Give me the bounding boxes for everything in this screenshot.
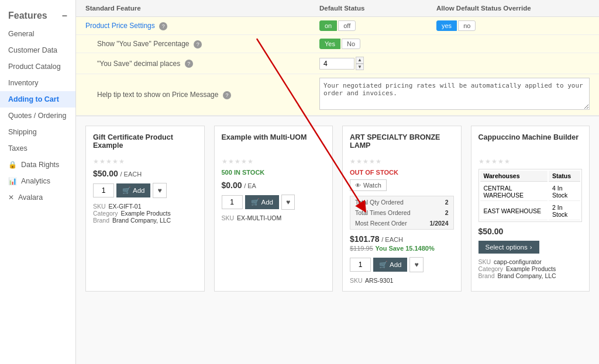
price-message-textarea[interactable]: Your negotiated pricing rates will be au…	[319, 78, 590, 110]
row-override-col: yes no	[436, 20, 590, 31]
sidebar-collapse-icon[interactable]: –	[62, 11, 67, 21]
sidebar-item-analytics[interactable]: 📊Analytics	[0, 173, 75, 189]
number-spinner[interactable]: ▲ ▼	[356, 57, 364, 70]
toggle-no2-btn[interactable]: No	[342, 39, 360, 49]
row-label-col-4: Help tip text to show on Price Message ?	[85, 90, 319, 99]
yes-no-toggle-2: Yes No	[319, 39, 436, 49]
star-4: ★	[119, 158, 125, 165]
header-override: Allow Default Status Override	[436, 5, 590, 12]
settings-row-help-tip: Help tip text to show on Price Message ?…	[76, 74, 599, 116]
wishlist-button-1[interactable]: ♥	[281, 195, 295, 210]
sidebar-item-taxes[interactable]: Taxes	[0, 140, 75, 157]
price-unit: / EA	[244, 182, 256, 189]
sidebar-icon-8: 🔒	[8, 161, 17, 169]
sidebar-item-data-rights[interactable]: 🔒Data Rights	[0, 157, 75, 173]
product-price-1: $0.00 / EA	[222, 181, 326, 190]
help-icon-2[interactable]: ?	[194, 40, 202, 48]
star-2: ★	[235, 158, 240, 165]
order-info-value: 2	[423, 208, 452, 217]
brand-value: Brand Company, LLC	[111, 217, 171, 224]
decimal-places-input[interactable]	[319, 58, 354, 70]
header-default-status: Default Status	[319, 5, 436, 12]
product-title-2: ART SPECIALTY BRONZE LAMP	[350, 133, 454, 154]
product-card-2: ART SPECIALTY BRONZE LAMP★★★★★OUT OF STO…	[342, 126, 462, 292]
spinner-up[interactable]: ▲	[356, 57, 364, 64]
order-info-row: Most Recent Order1/2024	[352, 219, 452, 228]
order-info-row: Total Times Ordered2	[352, 208, 452, 217]
star-1: ★	[228, 158, 234, 165]
watch-button-2[interactable]: 👁 Watch	[350, 179, 387, 191]
row-label-col-3: "You Save" decimal places ?	[85, 59, 319, 68]
header-standard-feature: Standard Feature	[85, 5, 319, 12]
sidebar-item-shipping[interactable]: Shipping	[0, 124, 75, 140]
toggle-no-btn[interactable]: no	[458, 20, 476, 31]
original-price: $119.95	[350, 245, 373, 252]
qty-input-0[interactable]	[93, 183, 114, 197]
toggle-on-btn[interactable]: on	[319, 20, 337, 31]
product-title-3: Cappuccino Machine Builder	[478, 133, 583, 154]
sku-label: SKU	[93, 203, 106, 210]
product-card-1: Example with Multi-UOM★★★★★500 IN STOCK$…	[214, 126, 333, 292]
star-3: ★	[498, 158, 504, 165]
wishlist-button-2[interactable]: ♥	[409, 257, 423, 272]
toggle-yes-btn[interactable]: yes	[436, 20, 457, 31]
sidebar-label-0: General	[8, 30, 34, 38]
product-stars-0: ★★★★★	[93, 158, 197, 165]
sidebar-item-avalara[interactable]: ✕Avalara	[0, 189, 75, 206]
help-icon-3[interactable]: ?	[185, 60, 193, 68]
star-4: ★	[247, 158, 253, 165]
product-price-3: $50.00	[478, 227, 583, 236]
order-info-table-2: Total Qty Ordered2Total Times Ordered2Mo…	[350, 196, 454, 230]
you-save-label: Show "You Save" Percentage	[85, 40, 190, 48]
sidebar-item-customer-data[interactable]: Customer Data	[0, 42, 75, 58]
row-textarea-col: Your negotiated pricing rates will be au…	[319, 78, 590, 112]
star-1: ★	[485, 158, 491, 165]
sidebar-item-inventory[interactable]: Inventory	[0, 75, 75, 91]
help-icon-1[interactable]: ?	[159, 22, 167, 30]
sidebar-label-10: Avalara	[18, 193, 43, 202]
sidebar-label-8: Data Rights	[21, 161, 59, 169]
brand-label: Brand	[93, 217, 109, 224]
sku-label: SKU	[478, 258, 491, 265]
select-options-label: Select options	[486, 244, 528, 251]
product-price-settings-link[interactable]: Product Price Settings	[85, 22, 155, 30]
wishlist-button-0[interactable]: ♥	[153, 183, 166, 198]
sidebar-item-general[interactable]: General	[0, 26, 75, 42]
star-1: ★	[99, 158, 105, 165]
main-content: Standard Feature Default Status Allow De…	[76, 0, 599, 364]
settings-header: Standard Feature Default Status Allow De…	[76, 0, 599, 17]
qty-input-1[interactable]	[222, 195, 243, 209]
cart-icon-2: 🛒	[379, 261, 387, 269]
select-options-button-3[interactable]: Select options ›	[478, 241, 539, 254]
spinner-down[interactable]: ▼	[356, 64, 364, 71]
sidebar-label-5: Quotes / Ordering	[8, 112, 66, 120]
toggle-yes2-btn[interactable]: Yes	[319, 39, 340, 49]
add-button-2[interactable]: 🛒 Add	[373, 258, 407, 272]
current-price: $50.00	[478, 227, 504, 236]
add-label-0: Add	[133, 187, 144, 194]
help-icon-4[interactable]: ?	[223, 91, 231, 99]
order-info-row: Total Qty Ordered2	[352, 197, 452, 207]
warehouse-name: CENTRAL WAREHOUSE	[480, 183, 548, 201]
star-3: ★	[369, 158, 375, 165]
sidebar-item-product-catalog[interactable]: Product Catalog	[0, 58, 75, 75]
add-label-2: Add	[390, 261, 401, 268]
settings-panel: Standard Feature Default Status Allow De…	[76, 0, 599, 116]
sku-label: SKU	[350, 277, 363, 284]
category-label: Category	[93, 210, 118, 217]
star-0: ★	[93, 158, 99, 165]
qty-input-2[interactable]	[350, 258, 371, 272]
star-2: ★	[363, 158, 369, 165]
add-button-0[interactable]: 🛒 Add	[116, 183, 150, 197]
sku-value: capp-configurator	[492, 258, 542, 265]
cart-icon-0: 🛒	[122, 186, 130, 195]
sidebar-header: Features –	[0, 6, 75, 26]
toggle-off-btn[interactable]: off	[338, 20, 356, 31]
sidebar-item-adding-to-cart[interactable]: Adding to Cart	[0, 91, 75, 108]
sidebar-item-quotes--ordering[interactable]: Quotes / Ordering	[0, 108, 75, 124]
add-button-1[interactable]: 🛒 Add	[245, 195, 279, 209]
brand-label: Brand	[478, 272, 495, 279]
star-2: ★	[491, 158, 497, 165]
sku-info-0: SKU EX-GIFT-01Category Example ProductsB…	[93, 203, 197, 224]
warehouse-name: EAST WAREHOUSE	[480, 202, 548, 220]
